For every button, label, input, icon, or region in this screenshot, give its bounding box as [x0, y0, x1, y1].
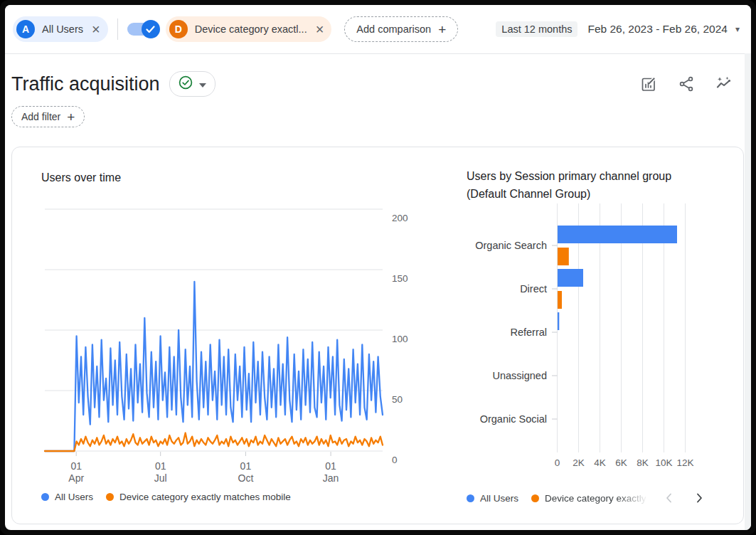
analytics-report-window: A All Users × D Device category exactl..…: [5, 5, 751, 530]
svg-text:Unassigned: Unassigned: [492, 370, 547, 381]
date-preset-label: Last 12 months: [496, 21, 577, 37]
svg-text:150: 150: [392, 273, 408, 284]
plus-icon: +: [438, 23, 446, 36]
legend-item-all-users: All Users: [467, 493, 518, 504]
date-range-selector[interactable]: Feb 26, 2023 - Feb 26, 2024 ▾: [587, 23, 740, 36]
page-title: Traffic acquisition: [11, 73, 160, 95]
svg-text:0: 0: [392, 455, 398, 465]
legend-dot-comparison: [531, 494, 539, 502]
legend-item-all-users: All Users: [41, 492, 93, 502]
toggle-thumb-check-icon: [142, 20, 160, 38]
legend-item-comparison: Device category exactly matches mobile: [106, 492, 291, 502]
legend-dot-comparison: [106, 493, 114, 501]
chevron-right-icon[interactable]: [693, 492, 706, 504]
comparison-d-badge: D: [169, 20, 188, 38]
remove-comparison-d-icon[interactable]: ×: [316, 22, 324, 36]
caret-down-icon: [199, 78, 206, 90]
svg-text:0: 0: [555, 457, 560, 468]
date-range-group: Last 12 months Feb 26, 2023 - Feb 26, 20…: [496, 21, 740, 37]
bar-chart-legend: All Users Device category exactly matche…: [467, 492, 706, 504]
svg-text:Direct: Direct: [520, 283, 547, 295]
bar-chart-title: Users by Session primary channel group (…: [467, 167, 701, 203]
add-filter-label: Add filter: [21, 111, 60, 122]
legend-dot-all-users: [41, 493, 49, 501]
svg-text:01: 01: [240, 460, 252, 472]
legend-item-comparison: Device category exactly matches mobile: [531, 493, 650, 504]
svg-text:Oct: Oct: [238, 472, 254, 484]
legend-dot-all-users: [467, 494, 474, 502]
svg-text:01: 01: [155, 460, 166, 472]
line-chart-title: Users over time: [41, 169, 121, 186]
svg-text:200: 200: [392, 213, 408, 223]
svg-text:Organic Search: Organic Search: [475, 240, 547, 251]
share-icon[interactable]: [678, 75, 695, 92]
data-quality-button[interactable]: [169, 71, 215, 97]
charts-card: Users over time 20015010050001Apr01Jul01…: [11, 147, 744, 524]
svg-text:10K: 10K: [655, 457, 672, 468]
plus-icon: +: [67, 110, 75, 124]
divider: [117, 18, 118, 40]
screenshot-frame: A All Users × D Device category exactl..…: [0, 0, 756, 535]
svg-text:50: 50: [392, 394, 403, 405]
svg-text:Organic Social: Organic Social: [480, 413, 547, 425]
caret-down-icon: ▾: [735, 25, 740, 33]
comparison-bar: A All Users × D Device category exactl..…: [5, 5, 751, 54]
svg-text:Jul: Jul: [154, 472, 167, 484]
comparison-a-label: All Users: [42, 23, 83, 35]
add-filter-button[interactable]: Add filter +: [11, 106, 85, 127]
users-over-time-chart[interactable]: 20015010050001Apr01Jul01Oct01Jan: [41, 203, 412, 487]
svg-text:8K: 8K: [637, 457, 649, 468]
customize-report-icon[interactable]: [640, 75, 657, 92]
date-range-text: Feb 26, 2023 - Feb 26, 2024: [587, 23, 727, 36]
line-chart-legend: All Users Device category exactly matche…: [41, 492, 291, 502]
svg-text:100: 100: [392, 334, 408, 344]
add-comparison-button[interactable]: Add comparison +: [344, 16, 458, 42]
insights-icon[interactable]: [715, 75, 733, 92]
chevron-left-icon[interactable]: [663, 492, 676, 504]
comparison-d-toggle[interactable]: [127, 20, 159, 38]
report-actions: [640, 75, 733, 92]
channel-group-chart[interactable]: 02K4K6K8K10K12KOrganic SearchDirectRefer…: [467, 202, 706, 480]
svg-text:12K: 12K: [676, 457, 693, 468]
svg-text:6K: 6K: [615, 457, 627, 468]
svg-text:4K: 4K: [594, 457, 606, 468]
svg-text:Apr: Apr: [68, 472, 84, 484]
add-comparison-label: Add comparison: [356, 23, 431, 35]
svg-text:Referral: Referral: [510, 327, 547, 338]
scrollbar-track[interactable]: [745, 53, 751, 530]
check-circle-icon: [179, 75, 193, 92]
report-header: Traffic acquisition: [5, 68, 751, 100]
svg-text:2K: 2K: [573, 457, 585, 468]
svg-text:01: 01: [70, 460, 82, 472]
comparison-chip-all-users[interactable]: A All Users ×: [13, 16, 108, 42]
comparison-a-badge: A: [16, 20, 35, 38]
comparison-d-label: Device category exactl...: [195, 23, 307, 35]
svg-text:Jan: Jan: [323, 472, 339, 484]
remove-comparison-a-icon[interactable]: ×: [92, 22, 100, 36]
svg-text:01: 01: [325, 460, 336, 472]
legend-pagination: [663, 492, 706, 504]
comparison-chip-device-category[interactable]: D Device category exactl... ×: [166, 16, 332, 42]
